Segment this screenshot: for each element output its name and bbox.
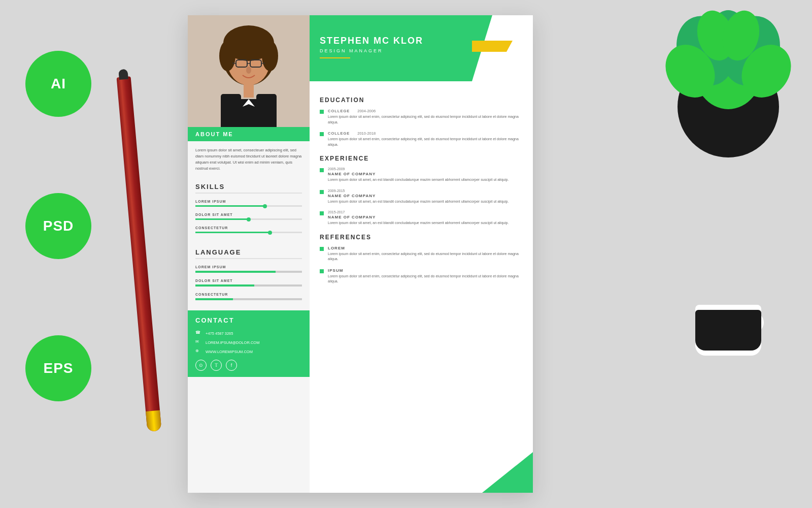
- skill-bar-bg-3: [195, 232, 302, 233]
- main-content: EDUCATION COLLEGE 2004-2006 Lorem ipsum …: [310, 81, 533, 298]
- exp-company-2: NAME OF COMPANY: [328, 194, 509, 198]
- bullet-edu-2: [320, 132, 324, 136]
- education-item-2: COLLEGE 2010-2018 Lorem ipsum dolor sit …: [320, 131, 523, 147]
- exp-text-1: Lorem ipsum dolor sit amet, an est bland…: [328, 177, 509, 183]
- skill-bar-bg-2: [195, 218, 302, 220]
- skill-item-3: CONSECTETUR: [195, 226, 302, 233]
- edu-text-1: Lorem ipsum dolor sit amet enim, consect…: [328, 114, 523, 125]
- photo-area: [188, 15, 310, 127]
- social-icons: ⊙ 𝕋 f: [195, 360, 302, 371]
- exp-content-2: 2009-2015 NAME OF COMPANY Lorem ipsum do…: [328, 189, 509, 205]
- experience-item-3: 2015-2017 NAME OF COMPANY Lorem ipsum do…: [320, 210, 523, 226]
- email-value: LOREM.IPSUM@DOLOR.COM: [206, 340, 259, 345]
- header-divider-line: [320, 57, 350, 58]
- eps-badge: EPS: [25, 335, 91, 401]
- references-title: REFERENCES: [320, 234, 523, 241]
- education-title: EDUCATION: [320, 97, 523, 104]
- edu-content-2: COLLEGE 2010-2018 Lorem ipsum dolor sit …: [328, 131, 523, 147]
- lang-bar-fill-3: [195, 298, 233, 300]
- yellow-shape: [472, 41, 513, 52]
- skill-bar-fill-2: [195, 218, 249, 220]
- svg-rect-22: [221, 94, 241, 104]
- exp-content-1: 2005-2009 NAME OF COMPANY Lorem ipsum do…: [328, 167, 509, 183]
- eps-badge-label: EPS: [43, 360, 73, 376]
- contact-email: ✉ LOREM.IPSUM@DOLOR.COM: [195, 339, 302, 345]
- ref-content-1: LOREM Lorem ipsum dolor sit amet enim, c…: [328, 246, 523, 262]
- lang-bar-fill-1: [195, 271, 276, 273]
- website-value: WWW.LOREMIPSUM.COM: [206, 350, 253, 354]
- coffee-cup: [695, 305, 761, 356]
- psd-badge-label: PSD: [43, 218, 74, 234]
- plant-leaves: [665, 5, 792, 112]
- exp-content-3: 2015-2017 NAME OF COMPANY Lorem ipsum do…: [328, 210, 509, 226]
- twitter-icon[interactable]: 𝕋: [211, 360, 222, 371]
- right-panel: STEPHEN MC KLOR DESIGN MANAGER EDUCATION…: [310, 15, 533, 493]
- svg-point-12: [219, 41, 235, 71]
- edu-text-2: Lorem ipsum dolor sit amet enim, consect…: [328, 137, 523, 147]
- plant-decoration: [665, 5, 792, 157]
- lang-label-3: CONSECTETUR: [195, 293, 302, 296]
- skill-item-2: DOLOR SIT AMET: [195, 213, 302, 220]
- experience-item-1: 2005-2009 NAME OF COMPANY Lorem ipsum do…: [320, 167, 523, 183]
- phone-value: +475 4587 3265: [206, 331, 233, 336]
- skill-label-1: LOREM IPSUM: [195, 200, 302, 203]
- exp-company-1: NAME OF COMPANY: [328, 172, 509, 176]
- resume-header: STEPHEN MC KLOR DESIGN MANAGER: [310, 15, 533, 81]
- exp-years-3: 2015-2017: [328, 210, 509, 214]
- about-me-header: ABOUT ME: [188, 127, 310, 141]
- email-icon: ✉: [195, 339, 201, 345]
- skill-item-1: LOREM IPSUM: [195, 200, 302, 207]
- lang-label-1: LOREM IPSUM: [195, 265, 302, 269]
- ref-name-1: LOREM: [328, 246, 523, 250]
- resume-card: ABOUT ME Lorem ipsum dolor sit amet, con…: [188, 15, 533, 493]
- edu-years-1: 2004-2006: [357, 109, 376, 113]
- lang-bar-bg-3: [195, 298, 302, 300]
- ref-text-1: Lorem ipsum dolor sit amet enim, consect…: [328, 251, 523, 262]
- svg-line-17: [232, 63, 236, 64]
- psd-badge: PSD: [25, 193, 91, 259]
- bullet-edu-1: [320, 110, 324, 114]
- skill-bar-fill-1: [195, 205, 265, 207]
- ref-text-2: Lorem ipsum dolor sit amet enim, consect…: [328, 274, 523, 284]
- svg-point-19: [246, 67, 251, 74]
- lang-bar-bg-2: [195, 284, 302, 287]
- education-item-1: COLLEGE 2004-2006 Lorem ipsum dolor sit …: [320, 109, 523, 125]
- skill-dot-1: [263, 204, 267, 208]
- instagram-icon[interactable]: ⊙: [195, 360, 207, 371]
- skill-label-2: DOLOR SIT AMET: [195, 213, 302, 216]
- globe-icon: ⊕: [195, 348, 201, 355]
- svg-rect-23: [256, 94, 277, 104]
- svg-point-13: [262, 41, 278, 71]
- language-section: LANGUAGE LOREM IPSUM DOLOR SIT AMET CONS…: [188, 244, 310, 310]
- svg-rect-24: [244, 82, 254, 98]
- lang-bar-fill-2: [195, 284, 254, 287]
- phone-icon: ☎: [195, 330, 201, 336]
- exp-company-3: NAME OF COMPANY: [328, 215, 509, 219]
- lang-item-2: DOLOR SIT AMET: [195, 279, 302, 287]
- pen-decoration: [117, 76, 162, 432]
- skill-bar-bg-1: [195, 205, 302, 207]
- lang-item-3: CONSECTETUR: [195, 293, 302, 300]
- bullet-exp-3: [320, 211, 324, 215]
- skills-title: SKILLS: [195, 183, 302, 194]
- edu-institution-2: COLLEGE: [328, 131, 350, 136]
- exp-years-1: 2005-2009: [328, 167, 509, 171]
- language-title: LANGUAGE: [195, 248, 302, 259]
- facebook-icon[interactable]: f: [226, 360, 237, 371]
- bullet-ref-1: [320, 247, 324, 251]
- lang-item-1: LOREM IPSUM: [195, 265, 302, 273]
- contact-title: CONTACT: [195, 316, 302, 324]
- left-panel: ABOUT ME Lorem ipsum dolor sit amet, con…: [188, 15, 310, 493]
- about-me-content: Lorem ipsum dolor sit amet, consecteuer …: [195, 148, 301, 171]
- svg-line-18: [261, 63, 265, 64]
- bullet-ref-2: [320, 269, 324, 273]
- exp-text-2: Lorem ipsum dolor sit amet, an est bland…: [328, 199, 509, 205]
- bullet-exp-1: [320, 168, 324, 172]
- contact-section: CONTACT ☎ +475 4587 3265 ✉ LOREM.IPSUM@D…: [188, 310, 310, 377]
- edu-header-1: COLLEGE 2004-2006: [328, 109, 523, 113]
- edu-years-2: 2010-2018: [357, 131, 376, 136]
- contact-website: ⊕ WWW.LOREMIPSUM.COM: [195, 348, 302, 355]
- edu-institution-1: COLLEGE: [328, 109, 350, 113]
- experience-item-2: 2009-2015 NAME OF COMPANY Lorem ipsum do…: [320, 189, 523, 205]
- exp-years-2: 2009-2015: [328, 189, 509, 193]
